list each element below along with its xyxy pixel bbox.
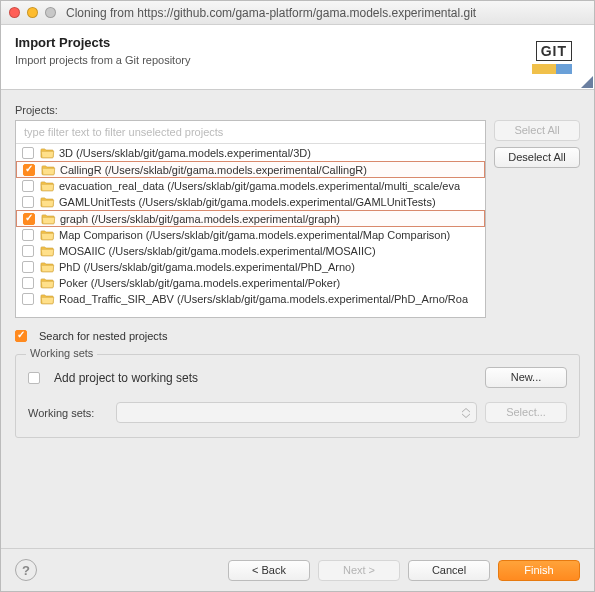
folder-icon [40, 147, 59, 159]
projects-list: 3D (/Users/sklab/git/gama.models.experim… [15, 120, 486, 318]
project-row[interactable]: Road_Traffic_SIR_ABV (/Users/sklab/git/g… [16, 291, 485, 307]
project-label: Road_Traffic_SIR_ABV (/Users/sklab/git/g… [59, 293, 468, 305]
dialog-content: Projects: 3D (/Users/sklab/git/gama.mode… [1, 90, 594, 548]
filter-input[interactable] [16, 121, 485, 144]
search-nested-checkbox[interactable] [15, 330, 27, 342]
project-label: PhD (/Users/sklab/git/gama.models.experi… [59, 261, 355, 273]
folder-icon [40, 245, 59, 257]
project-label: CallingR (/Users/sklab/git/gama.models.e… [60, 164, 367, 176]
folder-icon [40, 196, 59, 208]
project-label: graph (/Users/sklab/git/gama.models.expe… [60, 213, 340, 225]
dialog-header: Import Projects Import projects from a G… [1, 25, 594, 90]
project-row[interactable]: Map Comparison (/Users/sklab/git/gama.mo… [16, 227, 485, 243]
project-checkbox[interactable] [22, 261, 34, 273]
page-subtitle: Import projects from a Git repository [15, 54, 524, 66]
project-row[interactable]: graph (/Users/sklab/git/gama.models.expe… [16, 210, 485, 227]
projects-label: Projects: [15, 104, 580, 116]
select-working-set-button[interactable]: Select... [485, 402, 567, 423]
zoom-window-button[interactable] [45, 7, 56, 18]
minimize-window-button[interactable] [27, 7, 38, 18]
back-button[interactable]: < Back [228, 560, 310, 581]
project-row[interactable]: CallingR (/Users/sklab/git/gama.models.e… [16, 161, 485, 178]
working-sets-group: Working sets Add project to working sets… [15, 354, 580, 438]
project-checkbox[interactable] [22, 196, 34, 208]
project-row[interactable]: PhD (/Users/sklab/git/gama.models.experi… [16, 259, 485, 275]
new-working-set-button[interactable]: New... [485, 367, 567, 388]
project-label: MOSAIIC (/Users/sklab/git/gama.models.ex… [59, 245, 376, 257]
window-title: Cloning from https://github.com/gama-pla… [66, 6, 586, 20]
project-row[interactable]: MOSAIIC (/Users/sklab/git/gama.models.ex… [16, 243, 485, 259]
cancel-button[interactable]: Cancel [408, 560, 490, 581]
project-row[interactable]: evacuation_real_data (/Users/sklab/git/g… [16, 178, 485, 194]
project-label: evacuation_real_data (/Users/sklab/git/g… [59, 180, 460, 192]
next-button[interactable]: Next > [318, 560, 400, 581]
folder-icon [40, 229, 59, 241]
project-checkbox[interactable] [22, 277, 34, 289]
project-checkbox[interactable] [22, 147, 34, 159]
working-sets-legend: Working sets [26, 347, 97, 359]
titlebar: Cloning from https://github.com/gama-pla… [1, 1, 594, 25]
project-row[interactable]: GAMLUnitTests (/Users/sklab/git/gama.mod… [16, 194, 485, 210]
project-checkbox[interactable] [22, 245, 34, 257]
working-sets-combo-label: Working sets: [28, 407, 108, 419]
project-checkbox[interactable] [23, 213, 35, 225]
folder-icon [40, 261, 59, 273]
project-checkbox[interactable] [22, 293, 34, 305]
close-window-button[interactable] [9, 7, 20, 18]
project-row[interactable]: Poker (/Users/sklab/git/gama.models.expe… [16, 275, 485, 291]
project-label: Poker (/Users/sklab/git/gama.models.expe… [59, 277, 340, 289]
finish-button[interactable]: Finish [498, 560, 580, 581]
project-checkbox[interactable] [22, 229, 34, 241]
folder-icon [40, 277, 59, 289]
project-label: GAMLUnitTests (/Users/sklab/git/gama.mod… [59, 196, 436, 208]
help-button[interactable]: ? [15, 559, 37, 581]
projects-tree[interactable]: 3D (/Users/sklab/git/gama.models.experim… [16, 144, 485, 317]
folder-icon [40, 180, 59, 192]
working-sets-combo[interactable] [116, 402, 477, 423]
dialog-footer: ? < Back Next > Cancel Finish [1, 548, 594, 591]
window-controls [9, 7, 56, 18]
dialog-window: Cloning from https://github.com/gama-pla… [0, 0, 595, 592]
project-label: 3D (/Users/sklab/git/gama.models.experim… [59, 147, 311, 159]
page-title: Import Projects [15, 35, 524, 50]
project-checkbox[interactable] [23, 164, 35, 176]
project-row[interactable]: 3D (/Users/sklab/git/gama.models.experim… [16, 145, 485, 161]
folder-icon [41, 213, 60, 225]
add-to-working-sets-label: Add project to working sets [54, 371, 198, 385]
folder-icon [40, 293, 59, 305]
project-checkbox[interactable] [22, 180, 34, 192]
search-nested-label: Search for nested projects [39, 330, 167, 342]
project-label: Map Comparison (/Users/sklab/git/gama.mo… [59, 229, 450, 241]
deselect-all-button[interactable]: Deselect All [494, 147, 580, 168]
add-to-working-sets-checkbox[interactable] [28, 372, 40, 384]
folder-icon [41, 164, 60, 176]
select-all-button[interactable]: Select All [494, 120, 580, 141]
git-icon: GIT [524, 35, 580, 79]
